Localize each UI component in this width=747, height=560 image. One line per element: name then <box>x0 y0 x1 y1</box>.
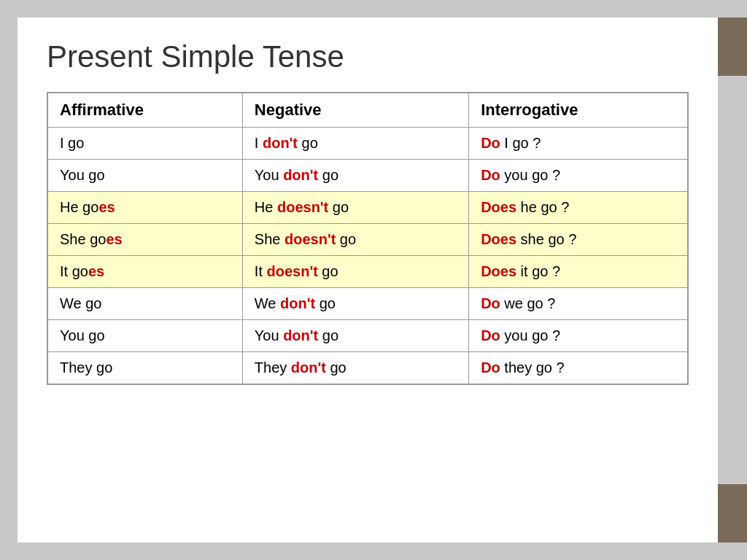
affirmative-cell: You go <box>47 320 242 352</box>
interrogative-cell: Do I go ? <box>469 128 688 160</box>
negative-cell: You don't go <box>242 160 468 192</box>
interrogative-cell: Does she go ? <box>469 224 688 256</box>
negative-cell: It doesn't go <box>242 256 468 288</box>
table-row: You goYou don't goDo you go ? <box>47 320 688 352</box>
col-header-interrogative: Interrogative <box>469 93 688 128</box>
interrogative-cell: Do they go ? <box>469 352 688 385</box>
interrogative-cell: Do we go ? <box>469 288 688 320</box>
interrogative-cell: Does it go ? <box>469 256 688 288</box>
affirmative-cell: It goes <box>47 256 242 288</box>
table-row: We goWe don't goDo we go ? <box>47 288 688 320</box>
corner-decoration-bottom <box>718 484 747 542</box>
affirmative-cell: You go <box>47 160 242 192</box>
table-row: It goesIt doesn't goDoes it go ? <box>47 256 688 288</box>
col-header-affirmative: Affirmative <box>47 93 242 128</box>
affirmative-cell: They go <box>47 352 242 385</box>
grammar-table: Affirmative Negative Interrogative I goI… <box>47 92 689 385</box>
interrogative-cell: Does he go ? <box>469 192 688 224</box>
affirmative-cell: I go <box>47 128 242 160</box>
negative-cell: We don't go <box>242 288 468 320</box>
negative-cell: You don't go <box>242 320 468 352</box>
header-row: Affirmative Negative Interrogative <box>47 93 688 128</box>
negative-cell: They don't go <box>242 352 468 385</box>
affirmative-cell: He goes <box>47 192 242 224</box>
affirmative-cell: She goes <box>47 224 242 256</box>
table-row: She goesShe doesn't goDoes she go ? <box>47 224 688 256</box>
negative-cell: She doesn't go <box>242 224 468 256</box>
interrogative-cell: Do you go ? <box>469 320 688 352</box>
affirmative-cell: We go <box>47 288 242 320</box>
table-row: He goesHe doesn't goDoes he go ? <box>47 192 688 224</box>
corner-decoration-top <box>718 18 747 76</box>
interrogative-cell: Do you go ? <box>469 160 688 192</box>
page-title: Present Simple Tense <box>47 39 689 74</box>
col-header-negative: Negative <box>242 93 468 128</box>
slide: Present Simple Tense Affirmative Negativ… <box>18 18 718 542</box>
negative-cell: I don't go <box>242 128 468 160</box>
table-row: You goYou don't goDo you go ? <box>47 160 688 192</box>
table-row: They goThey don't goDo they go ? <box>47 352 688 385</box>
negative-cell: He doesn't go <box>242 192 468 224</box>
table-row: I goI don't goDo I go ? <box>47 128 688 160</box>
